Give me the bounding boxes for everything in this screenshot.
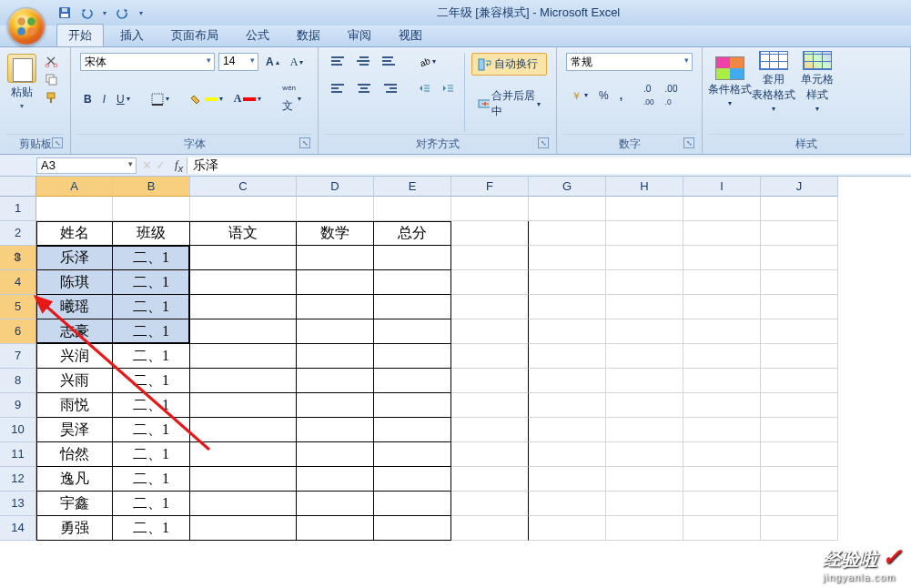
- cell-E13[interactable]: [374, 492, 451, 516]
- cell-B12[interactable]: 二、1: [113, 467, 190, 492]
- cell-G11[interactable]: [529, 442, 606, 467]
- row-header-2[interactable]: 2: [0, 221, 36, 246]
- cell-C1[interactable]: [190, 197, 297, 221]
- increase-decimal-button[interactable]: .0.00: [640, 82, 658, 108]
- col-header-H[interactable]: H: [606, 177, 683, 197]
- name-box[interactable]: A3: [36, 157, 137, 174]
- cell-B6[interactable]: 二、1: [113, 319, 190, 344]
- underline-button[interactable]: U▾: [113, 91, 134, 107]
- cell-A2[interactable]: 姓名: [36, 221, 113, 246]
- col-header-J[interactable]: J: [761, 177, 838, 197]
- tab-审阅[interactable]: 审阅: [337, 25, 382, 46]
- cell-I7[interactable]: [683, 344, 761, 369]
- align-left-button[interactable]: [328, 82, 349, 95]
- cell-D7[interactable]: [297, 344, 374, 369]
- cell-G7[interactable]: [529, 344, 606, 369]
- conditional-format-button[interactable]: 条件格式▾: [708, 51, 752, 113]
- cell-B9[interactable]: 二、1: [113, 393, 190, 418]
- cell-F2[interactable]: [451, 221, 529, 246]
- align-launcher[interactable]: ⤡: [538, 137, 549, 148]
- cell-J4[interactable]: [761, 270, 838, 295]
- cell-E2[interactable]: 总分: [374, 221, 451, 246]
- cell-J3[interactable]: [761, 246, 838, 270]
- col-header-I[interactable]: I: [683, 177, 761, 197]
- qat-redo-button[interactable]: [115, 5, 131, 21]
- cell-F11[interactable]: [451, 442, 529, 467]
- cell-B11[interactable]: 二、1: [113, 442, 190, 467]
- cell-G10[interactable]: [529, 418, 606, 442]
- orientation-button[interactable]: ab▾: [414, 53, 440, 69]
- cell-H4[interactable]: [606, 270, 683, 295]
- wrap-text-button[interactable]: 自动换行: [471, 53, 547, 76]
- cell-D3[interactable]: [297, 246, 374, 270]
- cell-J2[interactable]: [761, 221, 838, 246]
- col-header-C[interactable]: C: [190, 177, 297, 197]
- currency-button[interactable]: ￥▾: [566, 87, 592, 104]
- cell-G6[interactable]: [529, 319, 606, 344]
- cell-J13[interactable]: [761, 492, 838, 516]
- cell-D1[interactable]: [297, 197, 374, 221]
- cell-J1[interactable]: [761, 197, 838, 221]
- cell-C14[interactable]: [190, 516, 297, 541]
- format-as-table-button[interactable]: 套用 表格格式▾: [752, 51, 795, 113]
- cell-G13[interactable]: [529, 492, 606, 516]
- comma-button[interactable]: ,: [616, 87, 626, 104]
- cell-E8[interactable]: [374, 369, 451, 393]
- qat-undo-dropdown[interactable]: ▾: [100, 5, 109, 21]
- cell-H1[interactable]: [606, 197, 683, 221]
- cell-C10[interactable]: [190, 418, 297, 442]
- cell-B4[interactable]: 二、1: [113, 270, 190, 295]
- cell-C4[interactable]: [190, 270, 297, 295]
- cell-G8[interactable]: [529, 369, 606, 393]
- cell-A12[interactable]: 逸凡: [36, 467, 113, 492]
- number-launcher[interactable]: ⤡: [683, 137, 694, 148]
- cell-D2[interactable]: 数学: [297, 221, 374, 246]
- cell-E9[interactable]: [374, 393, 451, 418]
- cell-D5[interactable]: [297, 295, 374, 319]
- align-bottom-button[interactable]: [379, 55, 400, 67]
- select-all-corner[interactable]: [0, 177, 36, 197]
- qat-save-button[interactable]: [56, 5, 73, 21]
- cell-G9[interactable]: [529, 393, 606, 418]
- cell-F7[interactable]: [451, 344, 529, 369]
- office-button[interactable]: [2, 2, 51, 51]
- tab-视图[interactable]: 视图: [388, 25, 433, 46]
- clipboard-launcher[interactable]: ⤡: [52, 137, 63, 148]
- cell-H14[interactable]: [606, 516, 683, 541]
- cell-A13[interactable]: 宇鑫: [36, 492, 113, 516]
- cell-G3[interactable]: [529, 246, 606, 270]
- cell-F5[interactable]: [451, 295, 529, 319]
- cell-A6[interactable]: 志豪: [36, 319, 113, 344]
- cell-H11[interactable]: [606, 442, 683, 467]
- cell-D9[interactable]: [297, 393, 374, 418]
- cell-B3[interactable]: 二、1: [113, 246, 190, 270]
- percent-button[interactable]: %: [595, 87, 612, 104]
- cut-button[interactable]: [41, 53, 61, 69]
- row-header-4[interactable]: 4: [0, 270, 36, 295]
- phonetic-button[interactable]: wén文▾: [278, 82, 305, 116]
- cell-F8[interactable]: [451, 369, 529, 393]
- col-header-B[interactable]: B: [113, 177, 190, 197]
- cell-G14[interactable]: [529, 516, 606, 541]
- align-center-button[interactable]: [353, 82, 375, 95]
- cell-E1[interactable]: [374, 197, 451, 221]
- cell-G1[interactable]: [529, 197, 606, 221]
- row-header-1[interactable]: 1: [0, 197, 36, 221]
- formula-bar-input[interactable]: 乐泽: [187, 157, 911, 174]
- border-button[interactable]: ▾: [147, 91, 173, 107]
- cell-H8[interactable]: [606, 369, 683, 393]
- cell-I14[interactable]: [683, 516, 761, 541]
- confirm-formula-button[interactable]: ✓: [156, 158, 166, 172]
- cell-H10[interactable]: [606, 418, 683, 442]
- cell-B5[interactable]: 二、1: [113, 295, 190, 319]
- cell-C12[interactable]: [190, 467, 297, 492]
- align-right-button[interactable]: [379, 82, 400, 95]
- cell-I8[interactable]: [683, 369, 761, 393]
- cell-E12[interactable]: [374, 467, 451, 492]
- cell-F4[interactable]: [451, 270, 529, 295]
- cell-H3[interactable]: [606, 246, 683, 270]
- cell-B1[interactable]: [113, 197, 190, 221]
- tab-公式[interactable]: 公式: [235, 25, 280, 46]
- tab-插入[interactable]: 插入: [109, 25, 155, 46]
- cell-E11[interactable]: [374, 442, 451, 467]
